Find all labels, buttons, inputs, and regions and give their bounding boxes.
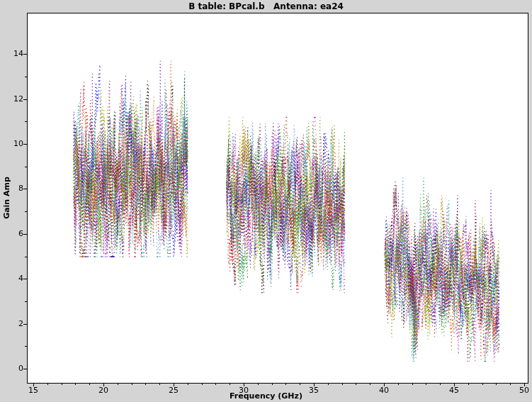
y-tick-label: 12 — [0, 94, 23, 104]
y-tick-label: 6 — [0, 229, 23, 238]
x-tick-label: 40 — [379, 386, 389, 395]
x-tick-label: 25 — [169, 386, 179, 395]
x-tick-label: 45 — [449, 386, 459, 395]
y-tick-label: 8 — [0, 184, 23, 193]
x-tick-label: 15 — [28, 386, 38, 395]
plot-title: B table: BPcal.b Antenna: ea24 — [0, 1, 532, 11]
plot-window: B table: BPcal.b Antenna: ea24 Gain Amp … — [0, 0, 532, 402]
plot-canvas — [0, 0, 532, 402]
y-tick-label: 14 — [0, 49, 23, 58]
y-tick-label: 10 — [0, 139, 23, 148]
x-tick-label: 35 — [309, 386, 319, 395]
y-tick-label: 4 — [0, 274, 23, 283]
x-tick-label: 50 — [519, 386, 529, 395]
y-tick-label: 2 — [0, 319, 23, 328]
y-tick-label: 0 — [0, 364, 23, 373]
x-tick-label: 30 — [239, 386, 249, 395]
y-axis-label: Gain Amp — [2, 177, 11, 219]
x-tick-label: 20 — [98, 386, 108, 395]
